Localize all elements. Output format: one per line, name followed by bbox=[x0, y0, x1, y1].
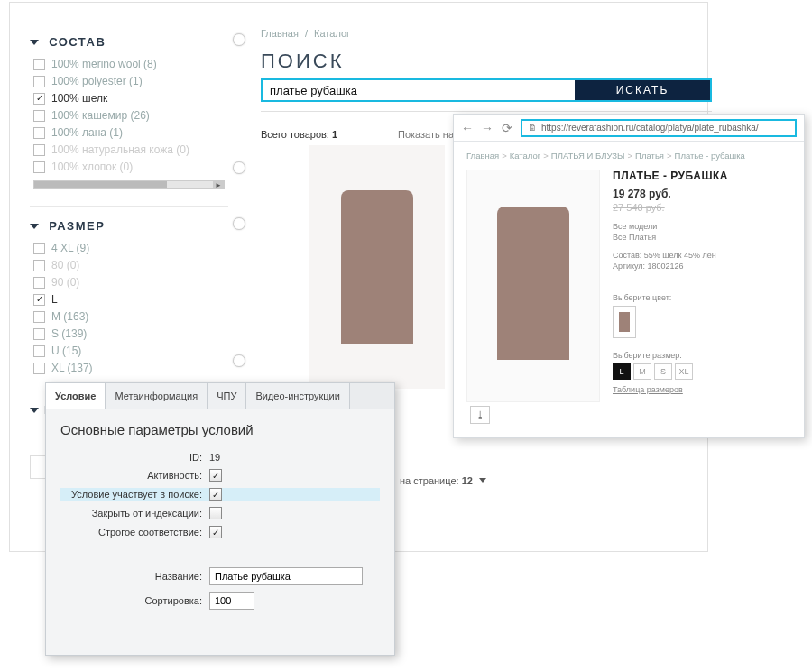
range-knob-top[interactable] bbox=[233, 33, 245, 46]
size-option[interactable]: XL bbox=[675, 363, 693, 380]
tab-1[interactable]: Метаинформация bbox=[106, 383, 208, 409]
product-composition: Состав: 55% шелк 45% лен bbox=[613, 251, 791, 260]
scroll-right-icon[interactable]: ► bbox=[213, 181, 224, 188]
product-image[interactable] bbox=[309, 145, 445, 389]
checkbox-icon[interactable] bbox=[33, 161, 45, 173]
checkbox-noindex[interactable] bbox=[209, 507, 222, 519]
filter-item[interactable]: U (15) bbox=[33, 345, 228, 357]
filter-item[interactable]: M (163) bbox=[33, 310, 228, 323]
checkbox-icon[interactable] bbox=[33, 363, 45, 374]
range-slider-sostav bbox=[237, 35, 241, 170]
breadcrumb-home[interactable]: Главная bbox=[261, 28, 299, 39]
filter-item[interactable]: XL (137) bbox=[33, 362, 228, 374]
product-detail-image[interactable] bbox=[466, 170, 600, 402]
scroll-thumb[interactable] bbox=[34, 181, 167, 188]
range-knob-bottom[interactable] bbox=[233, 354, 245, 367]
filter-item[interactable]: 4 XL (9) bbox=[33, 242, 228, 254]
download-icon[interactable]: ⭳ bbox=[470, 406, 490, 424]
checkbox-icon[interactable] bbox=[33, 260, 45, 271]
breadcrumb-segment[interactable]: Главная bbox=[466, 151, 499, 161]
results-total: Всего товаров: 1 bbox=[261, 129, 337, 140]
link-all-models[interactable]: Все модели bbox=[613, 222, 791, 231]
checkbox-icon[interactable] bbox=[33, 127, 45, 139]
filter-item[interactable]: 80 (0) bbox=[33, 259, 228, 271]
filter-item[interactable]: 100% шелк bbox=[33, 92, 228, 105]
forward-icon[interactable]: → bbox=[481, 122, 494, 134]
filter-item[interactable]: 100% лана (1) bbox=[33, 126, 228, 139]
url-text: https://reverafashion.ru/catalog/platya/… bbox=[541, 123, 759, 133]
checkbox-icon[interactable] bbox=[33, 110, 45, 122]
results-total-value: 1 bbox=[332, 129, 337, 140]
filter-item[interactable]: 100% polyester (1) bbox=[33, 75, 228, 87]
filter-item[interactable]: L bbox=[33, 293, 228, 306]
breadcrumb-segment[interactable]: Платья bbox=[635, 151, 664, 161]
checkbox-icon[interactable] bbox=[33, 76, 45, 87]
breadcrumb-sep: / bbox=[305, 28, 308, 39]
back-icon[interactable]: ← bbox=[461, 122, 474, 134]
row-sort: Сортировка: bbox=[60, 592, 380, 610]
tab-2[interactable]: ЧПУ bbox=[208, 383, 246, 409]
checkbox-icon[interactable] bbox=[33, 243, 45, 254]
tab-0[interactable]: Условие bbox=[46, 383, 106, 409]
results-per-page-bottom[interactable]: на странице: 12 bbox=[400, 475, 486, 486]
label-noindex: Закрыть от индексации: bbox=[60, 508, 209, 519]
color-swatch[interactable] bbox=[613, 306, 636, 338]
size-option[interactable]: M bbox=[633, 363, 651, 380]
checkbox-icon[interactable] bbox=[33, 294, 45, 306]
filter-title-label: СОСТАВ bbox=[49, 35, 106, 49]
checkbox-strict[interactable] bbox=[209, 526, 222, 538]
breadcrumb-segment[interactable]: Платье - рубашка bbox=[675, 151, 745, 161]
range-slider-razmer bbox=[237, 219, 241, 363]
checkbox-icon[interactable] bbox=[33, 311, 45, 323]
range-knob-top[interactable] bbox=[233, 217, 245, 230]
filter-item-label: 80 (0) bbox=[51, 259, 79, 271]
per-page-value: 12 bbox=[462, 475, 473, 486]
filter-item[interactable]: S (139) bbox=[33, 327, 228, 340]
reload-icon[interactable]: ⟳ bbox=[501, 122, 513, 134]
checkbox-icon[interactable] bbox=[33, 328, 45, 340]
filter-title-razmer[interactable]: РАЗМЕР bbox=[30, 219, 228, 233]
checkbox-icon[interactable] bbox=[33, 345, 45, 357]
filter-item[interactable]: 100% кашемир (26) bbox=[33, 109, 228, 122]
tab-3[interactable]: Видео-инструкции bbox=[246, 383, 349, 409]
search-input[interactable] bbox=[263, 80, 575, 100]
product-breadcrumb: Главная>Каталог>ПЛАТЬЯ И БЛУЗЫ>Платья>Пл… bbox=[466, 151, 791, 161]
checkbox-in-search[interactable] bbox=[209, 488, 222, 501]
breadcrumb-segment[interactable]: ПЛАТЬЯ И БЛУЗЫ bbox=[551, 151, 625, 161]
filter-item[interactable]: 100% натуральная кожа (0) bbox=[33, 143, 228, 156]
size-option[interactable]: L bbox=[613, 363, 631, 380]
size-table-link[interactable]: Таблица размеров bbox=[613, 385, 683, 394]
admin-panel: УсловиеМетаинформацияЧПУВидео-инструкции… bbox=[45, 382, 395, 656]
divider bbox=[261, 111, 712, 112]
label-strict: Строгое соответствие: bbox=[60, 527, 209, 538]
filter-group-sostav: СОСТАВ 100% merino wool (8)100% polyeste… bbox=[30, 35, 228, 189]
url-bar[interactable]: 🗎 https://reverafashion.ru/catalog/platy… bbox=[521, 119, 797, 137]
range-knob-bottom[interactable] bbox=[233, 161, 245, 174]
checkbox-active[interactable] bbox=[209, 469, 222, 482]
checkbox-icon[interactable] bbox=[33, 144, 45, 156]
link-all-dresses[interactable]: Все Платья bbox=[613, 233, 791, 242]
checkbox-icon[interactable] bbox=[33, 59, 45, 70]
size-option[interactable]: S bbox=[654, 363, 672, 380]
filter-item[interactable]: 100% хлопок (0) bbox=[33, 161, 228, 173]
breadcrumb-sep: > bbox=[502, 151, 507, 161]
breadcrumb-segment[interactable]: Каталог bbox=[510, 151, 541, 161]
caret-down-icon bbox=[30, 408, 39, 413]
product-old-price: 27 540 руб. bbox=[613, 202, 791, 213]
checkbox-icon[interactable] bbox=[33, 277, 45, 289]
filter-title-sostav[interactable]: СОСТАВ bbox=[30, 35, 228, 49]
label-name: Название: bbox=[60, 571, 209, 582]
breadcrumb-catalog[interactable]: Каталог bbox=[314, 28, 350, 39]
filter-item-label: 100% кашемир (26) bbox=[51, 109, 150, 122]
checkbox-icon[interactable] bbox=[33, 93, 45, 105]
horizontal-scrollbar[interactable]: ◄ ► bbox=[33, 180, 225, 189]
input-name[interactable] bbox=[209, 567, 363, 585]
filter-item[interactable]: 100% merino wool (8) bbox=[33, 58, 228, 70]
search-button[interactable]: ИСКАТЬ bbox=[575, 80, 710, 100]
input-sort[interactable] bbox=[209, 592, 254, 610]
document-icon: 🗎 bbox=[528, 123, 537, 133]
filter-item-label: 100% polyester (1) bbox=[51, 75, 143, 87]
filter-item[interactable]: 90 (0) bbox=[33, 276, 228, 289]
product-price: 19 278 руб. bbox=[613, 188, 791, 200]
label-in-search: Условие участвует в поиске: bbox=[60, 489, 209, 500]
